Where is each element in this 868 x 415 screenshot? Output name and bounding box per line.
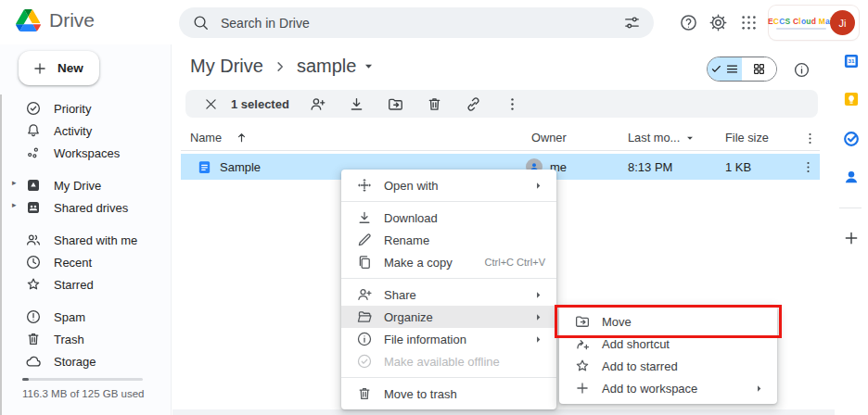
offline-icon (356, 353, 373, 370)
row-more-cell (800, 154, 816, 180)
sidebar-item-label: Priority (54, 102, 91, 116)
sidebar-item-shared-drives[interactable]: ▸Shared drives (0, 196, 170, 219)
sidebar-item-storage[interactable]: Storage (0, 350, 170, 372)
caret-down-icon[interactable] (361, 58, 377, 74)
sidebar-item-trash[interactable]: Trash (0, 328, 170, 350)
search-input[interactable]: Search in Drive (179, 7, 654, 38)
plus-icon (574, 380, 591, 396)
search-options-icon[interactable] (623, 14, 641, 31)
link-icon[interactable] (460, 95, 487, 113)
help-icon[interactable] (677, 11, 699, 33)
drive-logo[interactable]: Drive (16, 9, 95, 31)
menu-item-add-to-starred[interactable]: Add to starred (559, 355, 777, 377)
sidebar-nav: PriorityActivityWorkspaces▸My Drive▸Shar… (0, 97, 170, 383)
breadcrumb-root[interactable]: My Drive (190, 56, 263, 77)
menu-item-label: Move to trash (384, 387, 545, 401)
info-icon (356, 331, 373, 347)
column-size[interactable]: File size (725, 131, 769, 145)
menu-item-label: Open with (384, 179, 520, 193)
sort-arrow-up-icon[interactable] (235, 131, 249, 145)
organize-submenu: MoveAdd shortcutAdd to starredAdd to wor… (559, 306, 777, 404)
column-owner[interactable]: Owner (531, 131, 567, 145)
more-vert-icon[interactable] (800, 159, 816, 175)
more-vert-icon[interactable] (499, 95, 526, 113)
menu-item-open-with[interactable]: Open with (341, 174, 556, 196)
menu-item-share[interactable]: Share (341, 283, 556, 306)
menu-item-label: Organize (384, 310, 520, 324)
menu-item-add-shortcut[interactable]: Add shortcut (559, 333, 777, 355)
column-name[interactable]: Name (190, 131, 249, 145)
google-drive-window: Drive Search in Drive ECCS Cloud Mail Ji… (0, 0, 868, 415)
size-cell: 1 KB (725, 154, 751, 180)
sidebar-item-recent[interactable]: Recent (0, 251, 170, 273)
context-menu: Open withDownloadRenameMake a copyCtrl+C… (341, 170, 556, 409)
sidebar-item-starred[interactable]: Starred (0, 273, 170, 296)
menu-item-label: Download (384, 211, 545, 225)
sidebar-item-label: Workspaces (54, 146, 120, 160)
submenu-arrow-icon (531, 288, 545, 302)
menu-item-add-to-workspace[interactable]: Add to workspace (559, 377, 777, 399)
details-info-icon[interactable] (792, 60, 811, 79)
expand-arrow-icon[interactable]: ▸ (12, 178, 17, 187)
column-modified[interactable]: Last mo... (628, 131, 696, 145)
rename-icon (356, 232, 373, 248)
menu-item-move[interactable]: Move (559, 310, 777, 333)
breadcrumb-current[interactable]: sample (297, 56, 356, 77)
sidebar-item-label: Shared drives (54, 201, 128, 215)
grid-view-button[interactable] (742, 57, 776, 81)
sidebar-item-workspaces[interactable]: Workspaces (0, 142, 170, 164)
menu-item-label: Add to workspace (602, 382, 741, 396)
sidebar-item-shared-with-me[interactable]: Shared with me (0, 229, 170, 251)
apps-grid-icon[interactable] (737, 11, 760, 33)
menu-item-label: Add to starred (602, 359, 766, 373)
caret-down-icon (683, 132, 696, 145)
keep-icon[interactable] (842, 90, 861, 108)
add-panel-icon[interactable] (842, 229, 861, 247)
organize-icon (356, 308, 373, 325)
star-icon (25, 276, 42, 293)
storage-usage-text: 116.3 MB of 125 GB used (22, 388, 144, 399)
menu-item-label: Share (384, 288, 520, 302)
org-name: ECCS Cloud Mail (768, 17, 835, 26)
cloud-icon (25, 353, 42, 370)
avatar[interactable]: Ji (830, 10, 855, 35)
menu-item-move-to-trash[interactable]: Move to trash (341, 383, 556, 405)
priority-icon (25, 100, 42, 117)
sidebar-item-label: Recent (54, 256, 92, 270)
file-name: Sample (220, 160, 261, 174)
sidebar-item-spam[interactable]: Spam (0, 306, 170, 328)
folder-move-icon[interactable] (382, 95, 409, 113)
menu-item-label: Move (602, 315, 766, 329)
calendar-icon[interactable]: 31 (842, 52, 861, 70)
menu-item-file-information[interactable]: File information (341, 328, 556, 350)
menu-item-rename[interactable]: Rename (341, 229, 556, 251)
org-tagline (776, 28, 826, 30)
header-more-icon[interactable] (802, 131, 818, 146)
star-icon (574, 358, 591, 374)
account-card[interactable]: ECCS Cloud Mail Ji (769, 6, 859, 40)
selection-toolbar: 1 selected (185, 90, 818, 118)
settings-icon[interactable] (707, 11, 729, 33)
person-add-icon[interactable] (304, 95, 331, 113)
table-header: Name Owner Last mo... File size (181, 128, 820, 151)
sidebar-item-priority[interactable]: Priority (0, 97, 170, 119)
search-icon[interactable] (192, 14, 210, 31)
contacts-icon[interactable] (842, 168, 861, 186)
menu-item-make-a-copy[interactable]: Make a copyCtrl+C Ctrl+V (341, 251, 556, 273)
menu-item-organize[interactable]: Organize (341, 306, 556, 328)
close-icon[interactable] (201, 94, 220, 113)
expand-arrow-icon[interactable]: ▸ (12, 200, 17, 209)
download-icon[interactable] (343, 95, 370, 113)
menu-item-download[interactable]: Download (341, 207, 556, 229)
svg-text:31: 31 (849, 57, 855, 64)
sidebar-item-activity[interactable]: Activity (0, 119, 170, 142)
tasks-icon[interactable] (842, 130, 861, 148)
list-view-button[interactable] (708, 57, 742, 81)
trash-icon[interactable] (421, 95, 448, 113)
selected-count: 1 selected (231, 97, 289, 111)
header: Drive Search in Drive ECCS Cloud Mail Ji (0, 0, 868, 44)
sidebar-item-my-drive[interactable]: ▸My Drive (0, 174, 170, 196)
new-button[interactable]: New (19, 51, 99, 85)
chevron-right-icon (272, 58, 288, 75)
search-placeholder: Search in Drive (221, 16, 612, 31)
